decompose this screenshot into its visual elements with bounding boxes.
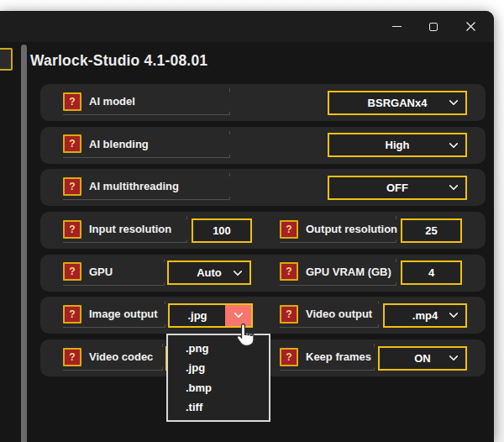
output-resolution-field[interactable]: 25 bbox=[401, 218, 462, 243]
row-ai-multithreading: ? AI multithreading OFF bbox=[40, 169, 486, 206]
close-icon bbox=[465, 21, 476, 32]
help-button-ai-multithreading[interactable]: ? bbox=[63, 177, 81, 196]
input-resolution-field[interactable]: 100 bbox=[192, 218, 252, 243]
minimize-button[interactable] bbox=[378, 11, 415, 42]
desktop-background: Warlock-Studio 4.1-08.01 ? AI model BSRG… bbox=[0, 0, 504, 442]
video-output-dropdown[interactable]: .mp4 bbox=[383, 303, 467, 328]
gpu-vram-field[interactable]: 4 bbox=[401, 260, 462, 285]
ai-multithreading-label: AI multithreading bbox=[89, 180, 179, 192]
row-ai-model: ? AI model BSRGANx4 bbox=[40, 84, 486, 121]
app-window: Warlock-Studio 4.1-08.01 ? AI model BSRG… bbox=[0, 11, 494, 442]
window-controls bbox=[378, 11, 489, 42]
label-group: ? GPU bbox=[63, 259, 164, 286]
image-output-menu: .png .jpg .bmp .tiff bbox=[166, 334, 270, 422]
label-group: ? Input resolution bbox=[63, 216, 186, 243]
keep-frames-label: Keep frames bbox=[306, 350, 371, 363]
help-button-ai-blending[interactable]: ? bbox=[63, 134, 81, 153]
help-button-input-resolution[interactable]: ? bbox=[63, 220, 81, 239]
video-output-label: Video output bbox=[306, 308, 372, 320]
gpu-vram-label: GPU VRAM (GB) bbox=[306, 266, 391, 278]
ai-multithreading-value: OFF bbox=[329, 182, 465, 194]
row-output-format: ? Image output .jpg ? Video output .mp4 bbox=[40, 297, 486, 334]
output-resolution-label: Output resolution bbox=[306, 223, 397, 235]
close-button[interactable] bbox=[452, 11, 489, 42]
help-button-image-output[interactable]: ? bbox=[63, 305, 81, 324]
image-output-dropdown[interactable]: .jpg bbox=[168, 303, 253, 328]
image-output-chevron-button[interactable] bbox=[225, 305, 251, 326]
input-resolution-value: 100 bbox=[193, 224, 250, 237]
offscreen-left-button[interactable] bbox=[0, 48, 13, 71]
label-group: ? AI multithreading bbox=[63, 173, 229, 200]
help-button-video-output[interactable]: ? bbox=[280, 305, 298, 324]
row-ai-blending: ? AI blending High bbox=[40, 127, 486, 164]
menu-option-tiff[interactable]: .tiff bbox=[168, 401, 269, 413]
label-group: ? GPU VRAM (GB) bbox=[280, 259, 396, 286]
maximize-button[interactable] bbox=[415, 11, 452, 42]
titlebar[interactable] bbox=[0, 11, 494, 42]
ai-model-value: BSRGANx4 bbox=[329, 97, 465, 109]
menu-option-bmp[interactable]: .bmp bbox=[168, 381, 269, 394]
keep-frames-dropdown[interactable]: ON bbox=[378, 346, 467, 371]
gpu-vram-value: 4 bbox=[402, 266, 460, 279]
label-group: ? Keep frames bbox=[280, 344, 374, 371]
ai-multithreading-dropdown[interactable]: OFF bbox=[328, 176, 467, 200]
label-group: ? AI model bbox=[63, 88, 229, 115]
help-button-gpu-vram[interactable]: ? bbox=[280, 262, 298, 281]
vertical-scrollbar[interactable] bbox=[21, 45, 27, 442]
gpu-label: GPU bbox=[89, 266, 113, 278]
label-group: ? Image output bbox=[63, 301, 165, 328]
ai-model-dropdown[interactable]: BSRGANx4 bbox=[328, 91, 467, 115]
menu-option-png[interactable]: .png bbox=[168, 342, 269, 355]
chevron-down-icon bbox=[234, 309, 243, 318]
page-title: Warlock-Studio 4.1-08.01 bbox=[30, 52, 207, 70]
ai-blending-dropdown[interactable]: High bbox=[328, 133, 467, 157]
image-output-label: Image output bbox=[89, 308, 158, 320]
video-codec-label: Video codec bbox=[89, 350, 153, 363]
row-resolution: ? Input resolution 100 ? Output resoluti… bbox=[40, 212, 486, 249]
output-resolution-value: 25 bbox=[402, 224, 460, 237]
label-group: ? Video codec bbox=[63, 344, 162, 371]
label-group: ? AI blending bbox=[63, 131, 229, 158]
minimize-icon bbox=[392, 26, 402, 28]
gpu-dropdown[interactable]: Auto bbox=[167, 260, 251, 285]
maximize-icon bbox=[429, 23, 438, 31]
ai-blending-label: AI blending bbox=[89, 138, 149, 150]
help-button-ai-model[interactable]: ? bbox=[63, 92, 81, 111]
ai-blending-value: High bbox=[329, 139, 465, 151]
menu-option-jpg[interactable]: .jpg bbox=[168, 361, 269, 374]
row-gpu: ? GPU Auto ? GPU VRAM (GB) 4 bbox=[40, 255, 486, 292]
help-button-gpu[interactable]: ? bbox=[63, 262, 81, 281]
help-button-video-codec[interactable]: ? bbox=[63, 348, 81, 366]
help-button-keep-frames[interactable]: ? bbox=[280, 348, 298, 366]
label-group: ? Output resolution bbox=[280, 216, 396, 243]
image-output-value: .jpg bbox=[170, 305, 225, 326]
ai-model-label: AI model bbox=[89, 95, 135, 108]
input-resolution-label: Input resolution bbox=[89, 223, 171, 235]
help-button-output-resolution[interactable]: ? bbox=[280, 220, 298, 239]
label-group: ? Video output bbox=[280, 301, 378, 328]
